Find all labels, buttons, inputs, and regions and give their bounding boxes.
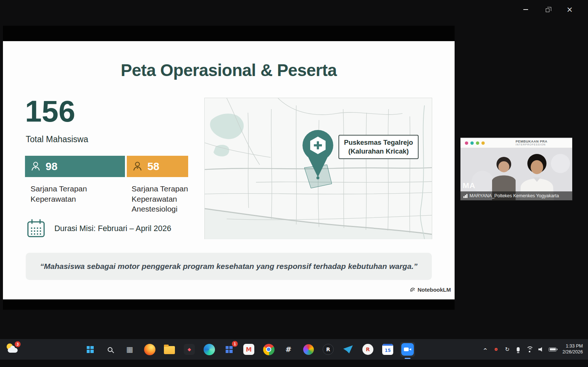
search-button[interactable] [103, 342, 117, 357]
total-students-label: Total Mahasiswa [26, 134, 88, 144]
map-pin-subtitle: (Kalurahan Kricak) [343, 147, 414, 156]
total-students-number: 156 [25, 96, 75, 126]
backdrop-logos [465, 141, 485, 145]
edge-icon[interactable] [202, 342, 216, 357]
tray-sync-icon-glyph: ↻ [505, 346, 510, 353]
slide-map: Puskesmas Tegalrejo (Kalurahan Kricak) [204, 98, 432, 239]
stat-box-anestesiologi: 58 [127, 156, 188, 177]
hash-app-icon-glyph: # [283, 344, 294, 355]
r-app-icon[interactable]: R [361, 342, 375, 357]
dev-app-icon-glyph: ◆ [184, 344, 195, 355]
participant-video-tile[interactable]: PEMBUKAAN PRA INTERPROFESSION MA MARYANA… [460, 138, 572, 200]
duration-label: Durasi Misi: Februari – April 2026 [54, 224, 171, 233]
start-button[interactable] [83, 342, 97, 357]
r-app-icon-glyph: R [362, 344, 373, 355]
firefox-icon[interactable] [142, 342, 157, 357]
stat-label-anestesiologi: Sarjana Terapan Keperawatan Anestesiolog… [132, 184, 194, 214]
taskbar-center: ▦◆1M#RR15 [83, 342, 415, 357]
tray-record-icon[interactable] [493, 345, 499, 354]
minimize-button[interactable] [520, 4, 531, 15]
taskbar: 3 ▦◆1M#RR15 ^↻ 1:33 PM 2/26/2026 [0, 339, 588, 360]
participant-name-bar: MARYANA_Poltekes Kemenkes Yogyakarta [460, 191, 572, 200]
gmail-icon-glyph: M [243, 344, 254, 355]
tray-wifi-icon[interactable] [526, 345, 533, 354]
stat-label-keperawatan: Sarjana Terapan Keperawatan [31, 184, 108, 204]
app-window-icon-glyph: ▦ [124, 344, 135, 355]
telegram-icon[interactable] [341, 342, 355, 357]
tray-chevron-icon[interactable]: ^ [482, 345, 488, 354]
calendar-app-icon-glyph: 15 [382, 344, 393, 355]
notebooklm-icon [410, 287, 416, 293]
widgets-weather-button[interactable]: 3 [4, 342, 22, 357]
calendar-icon [26, 218, 46, 239]
tray-sync-icon[interactable]: ↻ [504, 345, 510, 354]
video-watermark-text: MA [463, 181, 476, 190]
microsoft-app-icon-badge: 1 [232, 341, 238, 347]
close-button[interactable]: × [564, 4, 576, 15]
nurse-icon [30, 161, 41, 172]
map-pin-label: Puskesmas Tegalrejo (Kalurahan Kricak) [338, 135, 419, 159]
taskbar-tray: ^↻ 1:33 PM 2/26/2026 [482, 339, 583, 360]
restore-icon [546, 8, 549, 12]
tray-chevron-icon-glyph: ^ [483, 348, 488, 353]
presentation-slide: Peta Operasional & Peserta 156 Total Mah… [3, 41, 455, 299]
taskbar-tray-icons: ^↻ [482, 345, 556, 354]
microsoft-app-icon[interactable]: 1 [222, 342, 236, 357]
map-pin-title: Puskesmas Tegalrejo [343, 138, 414, 147]
calendar-app-icon[interactable]: 15 [380, 342, 395, 357]
stat-value-keperawatan: 98 [46, 161, 57, 173]
dev-app-icon[interactable]: ◆ [182, 342, 197, 357]
anesthesiology-icon [132, 161, 143, 172]
notebooklm-label: NotebookLM [417, 287, 451, 293]
gmail-icon[interactable]: M [241, 342, 256, 357]
rstudio-icon[interactable]: R [321, 342, 336, 357]
backdrop-text: PEMBUKAAN PRA INTERPROFESSION [516, 140, 548, 146]
rstudio-icon-glyph: R [323, 344, 334, 355]
duration-row: Durasi Misi: Februari – April 2026 [26, 218, 171, 239]
slide-title: Peta Operasional & Peserta [3, 60, 455, 80]
backdrop-text-line2: INTERPROFESSION [516, 143, 548, 146]
zoom-app-icon[interactable] [400, 342, 415, 357]
stat-box-keperawatan: 98 [25, 156, 125, 177]
widgets-badge: 3 [15, 341, 21, 347]
close-icon: × [566, 6, 573, 14]
backdrop-text-line1: PEMBUKAAN PRA [516, 140, 548, 143]
colorful-app-icon[interactable] [301, 342, 316, 357]
audio-signal-icon [463, 194, 467, 198]
clock-time: 1:33 PM [566, 343, 583, 349]
minimize-icon [523, 9, 528, 10]
quote-bar: “Mahasiswa sebagai motor penggerak progr… [26, 253, 432, 280]
clock-date: 2/26/2026 [562, 349, 583, 355]
window-controls: × [520, 4, 576, 15]
app-window-icon[interactable]: ▦ [122, 342, 137, 357]
participant-name: MARYANA_Poltekes Kemenkes Yogyakarta [470, 193, 559, 198]
maximize-button[interactable] [542, 4, 553, 15]
stat-value-anestesiologi: 58 [147, 161, 159, 173]
taskbar-clock[interactable]: 1:33 PM 2/26/2026 [561, 343, 583, 355]
tray-battery-icon[interactable] [549, 345, 556, 354]
map-image [205, 98, 432, 239]
notebooklm-brand: NotebookLM [410, 287, 451, 293]
chrome-icon[interactable] [261, 342, 276, 357]
tray-mic-icon[interactable] [515, 345, 521, 354]
tray-volume-icon[interactable] [538, 345, 544, 354]
hash-app-icon[interactable]: # [281, 342, 296, 357]
shared-screen: Peta Operasional & Peserta 156 Total Mah… [3, 26, 455, 310]
file-explorer-icon[interactable] [162, 342, 177, 357]
cloud-icon [8, 348, 18, 353]
video-backdrop-banner: PEMBUKAAN PRA INTERPROFESSION [460, 138, 572, 148]
quote-text: “Mahasiswa sebagai motor penggerak progr… [40, 262, 417, 271]
